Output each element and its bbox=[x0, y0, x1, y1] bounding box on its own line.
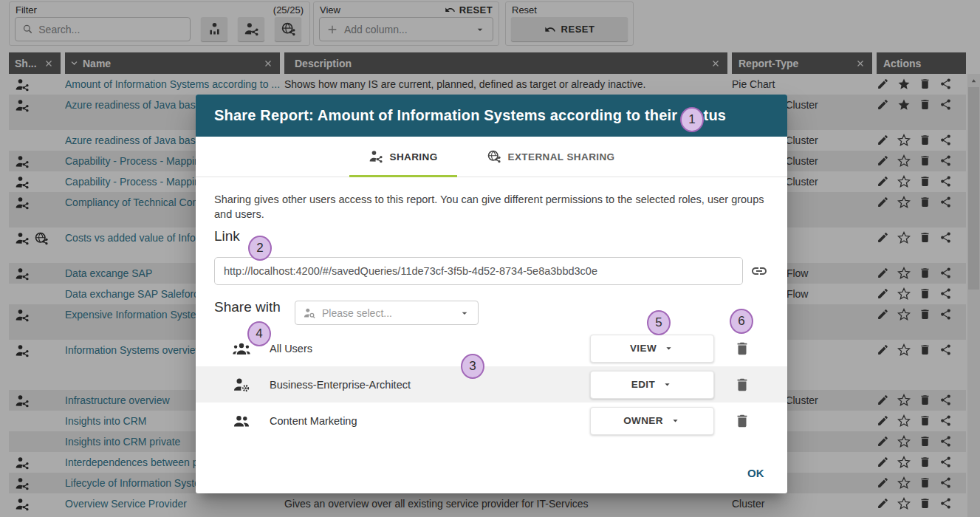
share-report-dialog: Share Report: Amount of Information Syst… bbox=[196, 95, 787, 493]
permission-dropdown[interactable]: VIEW bbox=[590, 335, 714, 363]
share-entry-row: All Users VIEW bbox=[196, 330, 787, 366]
remove-entry-icon[interactable] bbox=[734, 377, 750, 393]
share-entry-row: Business-Enterprise-Architect EDIT bbox=[196, 366, 787, 403]
people-icon bbox=[233, 412, 250, 430]
annotation-badge: 5 bbox=[647, 310, 671, 335]
caret-down-icon bbox=[459, 307, 470, 319]
share-link-input[interactable] bbox=[214, 257, 743, 285]
permission-dropdown[interactable]: OWNER bbox=[590, 407, 714, 435]
tab-sharing[interactable]: SHARING bbox=[349, 137, 457, 177]
dialog-title: Share Report: Amount of Information Syst… bbox=[214, 107, 726, 124]
annotation-badge: 1 bbox=[680, 107, 704, 132]
permission-value: EDIT bbox=[631, 379, 655, 390]
permission-value: OWNER bbox=[623, 415, 663, 426]
remove-entry-icon[interactable] bbox=[734, 340, 750, 357]
annotation-badge: 6 bbox=[730, 309, 753, 334]
share-entry-name: Business-Enterprise-Architect bbox=[270, 379, 411, 391]
share-with-select[interactable]: Please select... bbox=[295, 301, 479, 325]
share-entries-list: All Users VIEW Business-Enterprise-Archi… bbox=[196, 330, 787, 439]
annotation-badge: 3 bbox=[461, 354, 484, 379]
share-entry-name: All Users bbox=[270, 343, 312, 355]
caret-down-icon bbox=[663, 343, 674, 354]
share-entry-name: Content Marketing bbox=[270, 415, 357, 427]
share-select-placeholder: Please select... bbox=[322, 307, 392, 319]
link-icon[interactable] bbox=[750, 262, 768, 280]
manage-accounts-icon bbox=[233, 376, 250, 394]
groups-icon bbox=[233, 340, 250, 357]
permission-value: VIEW bbox=[630, 343, 657, 354]
caret-down-icon bbox=[670, 415, 681, 426]
person-search-icon bbox=[303, 307, 316, 320]
share-entry-row: Content Marketing OWNER bbox=[196, 403, 787, 439]
share-with-heading: Share with bbox=[214, 299, 281, 315]
link-heading: Link bbox=[214, 228, 240, 244]
annotation-badge: 4 bbox=[247, 321, 271, 346]
ok-button[interactable]: OK bbox=[743, 464, 769, 482]
person-share-icon bbox=[369, 149, 383, 164]
sharing-description: Sharing gives other users access to this… bbox=[214, 192, 770, 222]
dialog-tabs: SHARING EXTERNAL SHARING bbox=[196, 137, 787, 177]
tab-external-sharing[interactable]: EXTERNAL SHARING bbox=[467, 137, 634, 177]
caret-down-icon bbox=[662, 379, 673, 390]
remove-entry-icon[interactable] bbox=[734, 413, 750, 429]
permission-dropdown[interactable]: EDIT bbox=[590, 371, 714, 399]
annotation-badge: 2 bbox=[248, 236, 272, 261]
globe-share-icon bbox=[487, 149, 501, 164]
